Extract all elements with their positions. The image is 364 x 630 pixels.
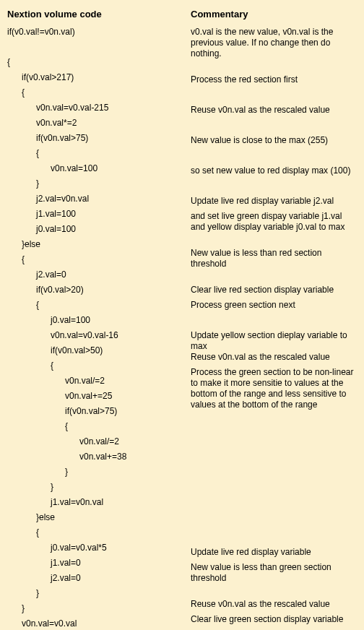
code-lines: if(v0.val!=v0n.val){if(v0.val>217){v0n.v… xyxy=(7,27,191,630)
code-line: } xyxy=(7,178,191,194)
commentary-text: Process the green section to be non-line… xyxy=(191,367,357,410)
code-text: { xyxy=(7,361,53,371)
code-text: } xyxy=(7,467,68,478)
code-text: { xyxy=(7,87,25,98)
commentary-line xyxy=(191,120,357,135)
code-line: { xyxy=(7,87,191,103)
commentary-text: New value is close to the max (255) xyxy=(191,135,328,146)
commentary-header: Commentary xyxy=(191,9,357,20)
commentary-line: Update yellow section dieplay variable t… xyxy=(191,330,357,352)
code-text: j1.val=v0n.val xyxy=(7,497,103,508)
commentary-line: Reuse v0n.val as the rescaled value xyxy=(191,599,357,614)
commentary-text: Update yellow section dieplay variable t… xyxy=(191,330,357,352)
code-text: v0n.val+=38 xyxy=(7,452,126,462)
code-line: v0n.val*=2 xyxy=(7,118,191,133)
commentary-line: and set live green dispay variable j1.va… xyxy=(191,211,357,233)
commentary-text: and set live green dispay variable j1.va… xyxy=(191,211,357,233)
code-text: if(v0n.val>50) xyxy=(7,345,103,356)
code-text: j2.val=0 xyxy=(7,573,81,584)
code-text: j1.val=0 xyxy=(7,558,81,569)
commentary-text: v0.val is the new value, v0n.val is the … xyxy=(191,27,357,59)
commentary-column: Commentary v0.val is the new value, v0n.… xyxy=(191,9,357,630)
commentary-lines: v0.val is the new value, v0n.val is the … xyxy=(191,27,357,630)
code-text: j0.val=v0.val*5 xyxy=(7,543,107,553)
code-text: j1.val=100 xyxy=(7,209,76,220)
commentary-line: New value is less than red section thres… xyxy=(191,248,357,269)
code-line: j2.val=0 xyxy=(7,269,191,285)
commentary-line: Process the green section to be non-line… xyxy=(191,367,357,410)
commentary-line xyxy=(191,90,357,105)
commentary-line: Reuse v0n.val as the rescaled value xyxy=(191,105,357,120)
commentary-line xyxy=(191,59,357,74)
code-line: if(v0.val>20) xyxy=(7,285,191,300)
commentary-line: Process green section next xyxy=(191,300,357,315)
code-line: v0n.val=100 xyxy=(7,163,191,178)
commentary-line xyxy=(191,269,357,285)
code-line: { xyxy=(7,361,191,376)
commentary-text: Reuse v0n.val as the rescaled value xyxy=(191,599,330,610)
commentary-line: Process the red section first xyxy=(191,74,357,90)
commentary-text: Update live red display variable j2.val xyxy=(191,196,334,207)
code-line: { xyxy=(7,57,191,72)
code-text: if(v0n.val>75) xyxy=(7,406,117,417)
code-line: j0.val=v0.val*5 xyxy=(7,543,191,558)
commentary-line xyxy=(191,181,357,196)
code-text: v0n.val+=25 xyxy=(7,391,112,402)
code-text: v0n.val=v0.val-215 xyxy=(7,103,108,113)
code-text: { xyxy=(7,527,39,538)
code-line: j2.val=0 xyxy=(7,573,191,588)
commentary-line xyxy=(191,410,357,426)
code-text: } xyxy=(7,178,39,189)
code-line: v0n.val+=25 xyxy=(7,391,191,406)
commentary-text: New value is less than green section thr… xyxy=(191,562,357,584)
document-body: Nextion volume code if(v0.val!=v0n.val){… xyxy=(0,0,364,630)
code-text: j0.val=100 xyxy=(7,224,76,235)
code-text: }else xyxy=(7,239,40,250)
commentary-line xyxy=(191,517,357,532)
commentary-line xyxy=(191,501,357,517)
code-text: if(v0n.val>75) xyxy=(7,133,88,144)
commentary-text: Clear live green section display variabl… xyxy=(191,614,343,625)
code-text: v0n.val=v0.val xyxy=(7,618,77,629)
commentary-text: Process green section next xyxy=(191,300,295,311)
code-line: { xyxy=(7,527,191,543)
code-text: j2.val=0 xyxy=(7,269,66,280)
commentary-line xyxy=(191,471,357,486)
code-line: } xyxy=(7,603,191,618)
commentary-line: v0.val is the new value, v0n.val is the … xyxy=(191,27,357,59)
commentary-text: Update live red display variable xyxy=(191,547,311,558)
code-text: v0n.val/=2 xyxy=(7,436,119,447)
commentary-text: New value is less than red section thres… xyxy=(191,248,357,269)
code-line: if(v0n.val>75) xyxy=(7,133,191,148)
code-text: } xyxy=(7,588,39,599)
code-text: v0n.val=100 xyxy=(7,163,98,174)
code-line: { xyxy=(7,300,191,315)
code-text: } xyxy=(7,482,53,493)
code-line: j0.val=100 xyxy=(7,224,191,239)
code-line: if(v0.val>217) xyxy=(7,72,191,87)
commentary-line: Update live red display variable j2.val xyxy=(191,196,357,211)
code-line: if(v0.val!=v0n.val) xyxy=(7,27,191,57)
code-text: } xyxy=(7,603,25,614)
code-line: j1.val=0 xyxy=(7,558,191,573)
commentary-line: Update live red display variable xyxy=(191,547,357,562)
code-text: { xyxy=(7,300,39,311)
code-text: { xyxy=(7,254,25,265)
code-line: { xyxy=(7,254,191,269)
commentary-line xyxy=(191,441,357,456)
commentary-line xyxy=(191,150,357,165)
code-text: v0n.val=v0.val-16 xyxy=(7,330,118,341)
code-line: j1.val=100 xyxy=(7,209,191,224)
code-text: { xyxy=(7,148,39,159)
code-line: v0n.val=v0.val-215 xyxy=(7,103,191,118)
code-column: Nextion volume code if(v0.val!=v0n.val){… xyxy=(7,9,191,630)
code-text: }else xyxy=(7,512,55,523)
code-text: { xyxy=(7,57,10,68)
code-line: } xyxy=(7,588,191,603)
commentary-line xyxy=(191,486,357,501)
code-line: j1.val=v0n.val xyxy=(7,497,191,512)
commentary-text: Reuse v0n.val as the rescaled value xyxy=(191,352,330,363)
code-line: j0.val=100 xyxy=(7,315,191,330)
code-text: if(v0.val>217) xyxy=(7,72,74,83)
code-line: } xyxy=(7,482,191,497)
